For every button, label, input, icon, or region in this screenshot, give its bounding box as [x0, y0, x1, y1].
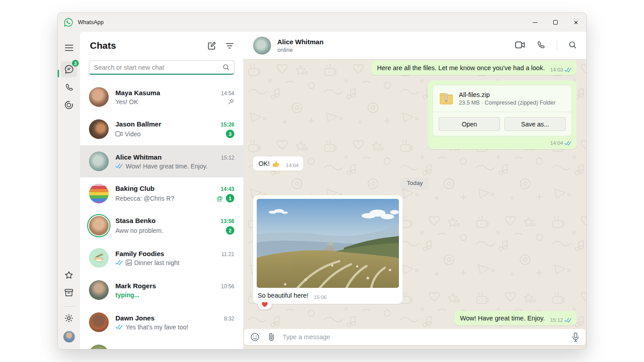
thumbs-up-emoji: [272, 160, 280, 168]
video-call-icon: [515, 42, 525, 48]
filter-chats-button[interactable]: [226, 43, 233, 49]
attach-button[interactable]: [267, 333, 275, 341]
chat-name: Stasa Benko: [115, 217, 156, 224]
message-text: Wow! Have great time. Enjoy.: [460, 315, 545, 322]
chat-row-ziggy-woodley[interactable]: Ziggy Woodley8:12: [80, 338, 243, 349]
gear-icon: [64, 314, 73, 323]
contact-name: Alice Whitman: [277, 38, 323, 46]
chat-time: 13:56: [220, 218, 234, 224]
rail-item-settings[interactable]: [61, 310, 77, 326]
maximize-button[interactable]: [545, 13, 566, 32]
landscape-photo[interactable]: [257, 199, 399, 288]
chat-preview: Yes! OK: [115, 98, 138, 105]
status-icon: [64, 101, 73, 109]
chat-row-stasa-benko[interactable]: Stasa Benko13:56 Aww no problem. 2: [80, 210, 243, 242]
chat-preview: Yes that's my fave too!: [115, 324, 188, 331]
photo-attachment-icon: [126, 260, 132, 265]
search-box: [89, 60, 234, 75]
chat-row-family-foodies[interactable]: Family Foodies11:21 Dinner last night: [80, 242, 243, 274]
chat-row-dawn-jones[interactable]: Dawn Jones8:32 Yes that's my fave too!: [80, 306, 243, 338]
file-meta: 23.5 MB · Compressed (zipped) Folder: [459, 100, 555, 106]
unread-badge: 1: [226, 194, 234, 202]
read-ticks-icon: [115, 324, 123, 329]
message-time: 14:04: [286, 163, 299, 168]
chat-preview: Dinner last night: [115, 259, 179, 266]
message-area: Here are all the files. Let me know once…: [243, 59, 586, 328]
message-outgoing-text[interactable]: Here are all the files. Let me know once…: [372, 61, 576, 75]
save-as-button[interactable]: Save as...: [504, 117, 566, 131]
message-outgoing-file: All-files.zip 23.5 MB · Compressed (zipp…: [428, 80, 576, 149]
avatar: [89, 216, 109, 236]
pinned-icon: [228, 98, 234, 105]
profile-avatar[interactable]: [63, 331, 75, 343]
open-file-button[interactable]: Open: [439, 117, 500, 131]
close-icon: ×: [574, 19, 578, 26]
rail-item-status[interactable]: [61, 97, 77, 113]
chat-time: 15:12: [221, 155, 234, 161]
message-incoming-photo[interactable]: So beautiful here! 15:06: [253, 195, 402, 304]
chat-preview: Video: [115, 130, 141, 138]
search-input[interactable]: [89, 64, 223, 71]
message-input[interactable]: [283, 333, 572, 341]
search-icon: [223, 64, 229, 71]
chat-name: Maya Kasuma: [115, 89, 160, 97]
filter-icon: [226, 43, 233, 49]
phone-icon: [537, 41, 545, 49]
rail-item-starred[interactable]: [61, 267, 77, 283]
chat-name: Dawn Jones: [115, 314, 155, 322]
message-time: 15:12: [550, 317, 563, 323]
search-in-chat-button[interactable]: [569, 41, 576, 50]
file-card[interactable]: All-files.zip 23.5 MB · Compressed (zipp…: [432, 85, 572, 136]
navigation-rail: 3: [58, 32, 80, 349]
hamburger-icon: [65, 45, 73, 51]
voice-record-button[interactable]: [572, 333, 579, 342]
status-ring: [87, 214, 110, 237]
chat-name: Baking Club: [115, 185, 155, 192]
chat-row-mark-rogers[interactable]: Mark Rogers10:56 typing...: [80, 274, 243, 306]
chat-time: 8:32: [224, 316, 234, 322]
rail-item-chats[interactable]: 3: [61, 61, 77, 77]
conversation-pane: Alice Whitman online: [243, 32, 586, 349]
file-name: All-files.zip: [459, 91, 555, 98]
avatar: [89, 87, 109, 107]
header-separator: [557, 41, 557, 51]
avatar: [89, 312, 109, 332]
close-button[interactable]: ×: [566, 13, 586, 32]
chat-row-maya-kasuma[interactable]: Maya Kasuma14:54 Yes! OK: [80, 81, 243, 113]
chat-name: Alice Whitman: [115, 153, 161, 161]
read-ticks-icon: [115, 164, 123, 168]
read-ticks-icon: [564, 141, 572, 146]
composer: [243, 328, 586, 349]
conversation-header: Alice Whitman online: [243, 32, 586, 59]
chat-row-jason-ballmer[interactable]: Jason Ballmer15:26 Video 3: [80, 113, 243, 145]
menu-button[interactable]: [61, 40, 77, 56]
paperclip-icon: [267, 333, 275, 341]
photo-caption: So beautiful here!: [258, 292, 309, 299]
voice-call-button[interactable]: [537, 41, 545, 51]
date-divider: Today: [401, 177, 428, 189]
message-outgoing-text[interactable]: Wow! Have great time. Enjoy. 15:12: [455, 311, 576, 325]
heart-reaction[interactable]: [258, 299, 272, 310]
search-icon: [569, 41, 576, 49]
message-incoming-text[interactable]: OK! 14:04: [253, 156, 303, 171]
emoji-button[interactable]: [250, 333, 259, 341]
chat-name: Jason Ballmer: [115, 120, 161, 128]
minimize-button[interactable]: [525, 13, 545, 32]
chat-row-baking-club[interactable]: Baking Club14:43 Rebecca: @Chris R? @1: [80, 177, 243, 210]
chats-unread-badge: 3: [72, 59, 79, 67]
avatar: [89, 248, 109, 268]
video-camera-icon: [115, 131, 123, 136]
contact-avatar[interactable]: [253, 37, 271, 55]
emoji-icon: [250, 333, 259, 341]
video-call-button[interactable]: [515, 42, 525, 50]
chat-time: 14:43: [220, 186, 234, 192]
unread-badge: 2: [226, 226, 234, 235]
chat-row-alice-whitman[interactable]: Alice Whitman15:12 Wow! Have great time.…: [80, 145, 243, 177]
chat-name: Mark Rogers: [115, 282, 156, 290]
new-chat-button[interactable]: [208, 42, 216, 50]
rail-item-archived[interactable]: [61, 285, 77, 301]
rail-item-calls[interactable]: [61, 79, 77, 95]
rail-divider: [63, 306, 75, 307]
app-title: WhatsApp: [78, 19, 104, 25]
whatsapp-logo-icon: [64, 17, 73, 27]
